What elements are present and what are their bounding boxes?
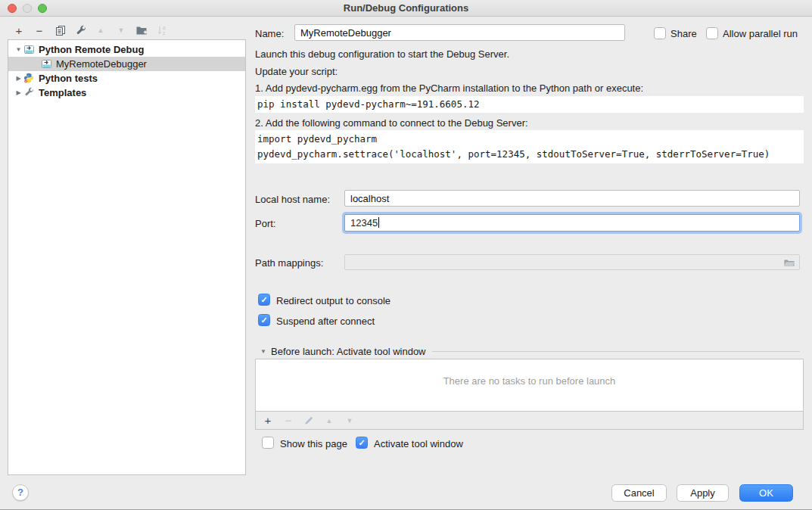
- port-label: Port:: [255, 218, 275, 229]
- folder-icon: [783, 257, 795, 269]
- move-task-down-button[interactable]: ▼: [344, 415, 356, 427]
- task-toolbar: + − ▲ ▼: [256, 411, 803, 429]
- chevron-right-icon[interactable]: ▶: [14, 89, 23, 96]
- svg-text:a: a: [163, 25, 166, 30]
- new-folder-icon: [135, 24, 148, 36]
- chevron-down-icon[interactable]: ▼: [258, 348, 269, 355]
- tree-item-myremotedebugger[interactable]: MyRemoteDebugger: [8, 57, 245, 71]
- tree-item-python-remote-debug[interactable]: ▼ Python Remote Debug: [8, 42, 245, 57]
- name-label: Name:: [255, 28, 284, 39]
- before-launch-task-list[interactable]: There are no tasks to run before launch …: [255, 359, 804, 430]
- remote-debug-config-icon: [41, 58, 52, 70]
- edit-task-button[interactable]: [303, 415, 315, 427]
- tree-item-python-tests[interactable]: ▶ Python tests: [8, 71, 245, 86]
- sort-az-icon: a z: [156, 24, 168, 36]
- section-divider: [432, 351, 800, 352]
- path-mappings-label: Path mappings:: [255, 257, 323, 269]
- remote-debug-config-icon: [23, 44, 35, 55]
- port-value: 12345: [350, 217, 378, 229]
- tree-item-label: Python tests: [39, 73, 98, 84]
- chevron-down-icon[interactable]: ▼: [14, 46, 23, 53]
- before-launch-title: Before launch: Activate tool window: [271, 346, 426, 357]
- add-configuration-button[interactable]: +: [13, 24, 25, 36]
- help-button[interactable]: ?: [12, 484, 29, 501]
- redirect-output-checkbox[interactable]: [258, 294, 270, 306]
- step2-text: 2. Add the following command to connect …: [255, 117, 528, 129]
- code-line-1: import pydevd_pycharm: [257, 132, 804, 147]
- copy-configuration-button[interactable]: [54, 24, 66, 36]
- create-folder-button[interactable]: [135, 24, 148, 36]
- templates-wrench-icon: [23, 87, 35, 98]
- allow-parallel-run-checkbox[interactable]: [706, 27, 718, 39]
- apply-button[interactable]: Apply: [677, 484, 729, 502]
- browse-folder-button[interactable]: [783, 257, 795, 269]
- pip-command-code: pip install pydevd-pycharm~=191.6605.12: [255, 96, 804, 113]
- minimize-window-button: [23, 4, 32, 13]
- redirect-output-label: Redirect output to console: [276, 295, 390, 306]
- suspend-after-connect-label: Suspend after connect: [276, 316, 375, 327]
- remove-configuration-button[interactable]: −: [33, 24, 45, 36]
- allow-parallel-run-label: Allow parallel run: [723, 28, 798, 39]
- titlebar[interactable]: Run/Debug Configurations: [0, 0, 812, 17]
- move-up-button[interactable]: ▲: [95, 24, 107, 36]
- remove-task-button[interactable]: −: [282, 415, 294, 427]
- suspend-after-connect-checkbox[interactable]: [258, 314, 270, 326]
- before-launch-header[interactable]: ▼ Before launch: Activate tool window: [258, 346, 800, 357]
- activate-tool-window-label: Activate tool window: [374, 438, 463, 449]
- zoom-window-button[interactable]: [38, 4, 47, 13]
- sort-configurations-button[interactable]: a z: [156, 24, 168, 36]
- run-debug-configurations-dialog: Run/Debug Configurations + − ▲ ▼: [0, 0, 812, 510]
- local-host-input[interactable]: [344, 190, 800, 207]
- question-mark-icon: ?: [17, 487, 23, 498]
- add-task-button[interactable]: +: [262, 415, 274, 427]
- tree-item-templates[interactable]: ▶ Templates: [8, 86, 245, 100]
- move-task-up-button[interactable]: ▲: [323, 415, 335, 427]
- pencil-icon: [303, 415, 314, 426]
- ok-button[interactable]: OK: [739, 484, 793, 502]
- python-tests-icon: [23, 73, 35, 84]
- chevron-right-icon[interactable]: ▶: [14, 75, 23, 82]
- name-input[interactable]: [294, 24, 625, 41]
- wrench-icon: [75, 25, 86, 36]
- tree-item-label: MyRemoteDebugger: [56, 58, 147, 70]
- text-caret: [378, 217, 379, 228]
- local-host-label: Local host name:: [255, 194, 330, 205]
- tree-item-label: Templates: [39, 87, 86, 98]
- cancel-button[interactable]: Cancel: [611, 484, 667, 502]
- show-this-page-checkbox[interactable]: [262, 437, 274, 449]
- activate-tool-window-checkbox[interactable]: [356, 437, 368, 449]
- share-checkbox[interactable]: [654, 27, 666, 39]
- code-line-2: pydevd_pycharm.settrace('localhost', por…: [257, 147, 804, 162]
- show-this-page-label: Show this page: [280, 438, 347, 449]
- window-title: Run/Debug Configurations: [344, 2, 468, 14]
- intro-text: Launch this debug configuration to start…: [255, 48, 509, 60]
- move-down-button[interactable]: ▼: [115, 24, 127, 36]
- empty-task-list-text: There are no tasks to run before launch: [256, 375, 803, 387]
- copy-icon: [54, 25, 66, 36]
- configurations-tree: ▼ Python Remote Debug MyRemoteDebugger: [8, 39, 246, 475]
- tree-item-label: Python Remote Debug: [39, 44, 144, 55]
- step1-text: 1. Add pydevd-pycharm.egg from the PyCha…: [255, 82, 643, 94]
- update-script-text: Update your script:: [255, 66, 338, 77]
- settrace-code: import pydevd_pycharm pydevd_pycharm.set…: [255, 130, 804, 163]
- path-mappings-input[interactable]: [344, 254, 800, 270]
- edit-templates-button[interactable]: [74, 24, 86, 36]
- share-label: Share: [670, 28, 697, 39]
- close-window-button[interactable]: [8, 4, 17, 13]
- port-input[interactable]: 12345: [344, 214, 800, 232]
- svg-text:z: z: [163, 30, 165, 36]
- configurations-toolbar: + − ▲ ▼ a z: [13, 23, 168, 38]
